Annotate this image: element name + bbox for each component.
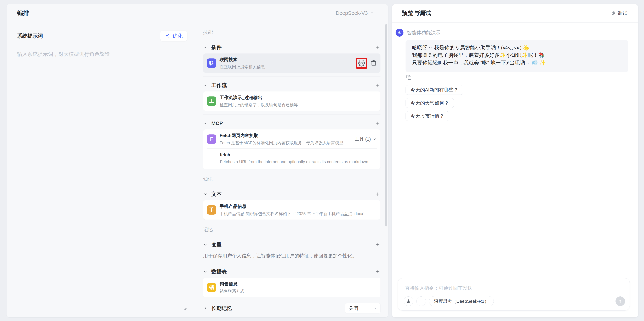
divider [203, 263, 380, 263]
assistant-message-bubble: 哈喽呀～ 我是你的专属智能小助手哟！(๑>◡<๑) 🌟 我那圆圆的电子脑袋里，装… [406, 40, 628, 72]
variables-description: 用于保存用户个人信息，让智能体记住用户的特征，使回复更加个性化。 [203, 253, 380, 259]
knowledge-icon: 手 [207, 205, 216, 215]
agent-name: 智能体功能演示 [407, 29, 440, 36]
send-button[interactable] [616, 296, 625, 306]
knowledge-group-label: 知识 [203, 176, 380, 183]
mcp-section-title: MCP [211, 120, 223, 126]
plugin-delete-button[interactable] [370, 60, 377, 66]
scrollbar-thumb[interactable] [385, 24, 387, 226]
chevron-down-icon [374, 306, 378, 310]
tool-desc: Fetches a URL from the internet and opti… [220, 159, 377, 164]
workflow-section-header: 工作流 [203, 81, 380, 89]
composer-input[interactable]: 直接输入指令；可通过回车发送 [405, 285, 472, 291]
knowledge-card[interactable]: 手 手机产品信息 手机产品信息-知识库包含文档名称如下：`2025 年上半年新手… [203, 200, 380, 220]
tool-name: fetch [220, 152, 377, 157]
message-line: 只要你轻轻叫我一声，我就会 “咻” 地一下⚡出现哟～ 💨 ✨ [412, 59, 622, 67]
sparkle-icon [165, 33, 170, 39]
knowledge-desc: 手机产品信息-知识库包含文档名称如下：`2025 年上半年新手机产品盘点 .do… [220, 211, 377, 217]
text-section-title: 文本 [211, 191, 222, 198]
suggestion-chip[interactable]: 今天的天气如何？ [406, 98, 454, 108]
chevron-down-icon[interactable] [203, 121, 208, 125]
selected-option: 关闭 [349, 305, 358, 311]
chat-area: AI 智能体功能演示 哈喽呀～ 我是你的专属智能小助手哟！(๑>◡<๑) 🌟 我… [392, 23, 638, 121]
mcp-tool-row[interactable]: fetch Fetches a URL from the internet an… [207, 148, 377, 166]
gear-icon [358, 60, 365, 67]
caret-down-icon [370, 11, 374, 15]
add-knowledge-button[interactable] [375, 191, 380, 197]
plugin-card[interactable]: 联 联网搜索 在互联网上搜索相关信息 [203, 54, 380, 73]
add-workflow-button[interactable] [375, 83, 380, 88]
suggestion-chip[interactable]: 今天股市行情？ [406, 111, 449, 121]
suggestion-chip[interactable]: 今天的AI新闻有哪些？ [406, 85, 463, 95]
variables-section-title: 变量 [211, 241, 222, 248]
broom-icon [406, 299, 411, 304]
datatable-name: 销售信息 [220, 281, 377, 287]
orchestrate-header: 编排 DeepSeek-V3 [6, 4, 388, 22]
trash-icon [370, 60, 377, 66]
add-plugin-button[interactable] [375, 45, 380, 50]
datatable-desc: 销售联系方式 [220, 288, 377, 294]
plugin-desc: 在互联网上搜索相关信息 [220, 64, 353, 70]
clear-context-button[interactable] [404, 296, 413, 306]
message-line: 哈喽呀～ 我是你的专属智能小助手哟！(๑>◡<๑) 🌟 [412, 44, 622, 51]
plugin-section-title: 插件 [211, 44, 222, 51]
plugin-section-header: 插件 [203, 44, 380, 51]
preview-panel: 预览与调试 调试 AI 智能体功能演示 哈喽呀～ 我是你的专属智能小助手哟！(๑… [392, 4, 638, 317]
workflow-icon: 工 [207, 96, 216, 106]
annotation-highlight-box [356, 58, 367, 69]
deep-think-toggle[interactable]: 深度思考（DeepSeek-R1） [429, 296, 494, 306]
attach-button[interactable] [416, 296, 426, 306]
resize-grip-icon[interactable] [182, 305, 188, 312]
optimize-button[interactable]: 优化 [160, 31, 187, 41]
system-prompt-label: 系统提示词 [17, 33, 43, 40]
longterm-memory-select[interactable]: 关闭 [345, 303, 380, 313]
chat-composer[interactable]: 直接输入指令；可通过回车发送 深度思考（DeepSeek-R1） [398, 278, 630, 310]
agent-row: AI 智能体功能演示 [396, 29, 628, 37]
arrow-up-icon [618, 299, 623, 304]
memory-group-label: 记忆 [203, 226, 380, 233]
debug-label: 调试 [618, 10, 627, 17]
knowledge-name: 手机产品信息 [220, 203, 377, 209]
divider [203, 114, 380, 115]
chevron-down-icon[interactable] [203, 242, 208, 247]
workflow-section-title: 工作流 [211, 82, 227, 89]
model-selector[interactable]: DeepSeek-V3 [336, 10, 374, 16]
chevron-down-icon[interactable] [203, 45, 208, 50]
app-window: 编排 DeepSeek-V3 系统提示词 优化 [0, 0, 644, 321]
copy-button[interactable] [406, 75, 628, 80]
model-name: DeepSeek-V3 [336, 10, 368, 16]
wrench-icon [610, 11, 616, 16]
add-datatable-button[interactable] [375, 269, 380, 274]
copy-icon [406, 75, 411, 80]
mcp-tools-toggle[interactable]: 工具 (1) [355, 136, 377, 142]
text-section-header: 文本 [203, 190, 380, 198]
workflow-name: 工作流演示_过程输出 [220, 95, 377, 101]
skills-group-label: 技能 [203, 29, 380, 36]
page-title: 编排 [17, 9, 29, 17]
chevron-down-icon[interactable] [203, 83, 208, 88]
datatable-section-header: 数据表 [203, 268, 380, 275]
debug-button[interactable]: 调试 [610, 10, 627, 17]
composer-toolbar: 深度思考（DeepSeek-R1） [404, 296, 625, 306]
plugin-icon: 联 [207, 58, 216, 68]
plus-icon [419, 299, 424, 303]
add-mcp-button[interactable] [375, 120, 380, 126]
tools-count-label: 工具 (1) [355, 136, 371, 142]
plugin-settings-button[interactable] [358, 60, 365, 67]
workflow-card[interactable]: 工 工作流演示_过程输出 检查网页上的错别字，以及语句是否通畅等 [203, 91, 380, 111]
workflow-desc: 检查网页上的错别字，以及语句是否通畅等 [220, 102, 377, 108]
add-variable-button[interactable] [375, 242, 380, 247]
longterm-memory-row: 长期记忆 关闭 [203, 303, 380, 314]
datatable-icon: 销 [207, 283, 216, 292]
chevron-down-icon[interactable] [203, 192, 208, 196]
plugin-name: 联网搜索 [220, 57, 353, 63]
system-prompt-input[interactable]: 输入系统提示词，对大模型进行角色塑造 [17, 51, 186, 58]
datatable-card[interactable]: 销 销售信息 销售联系方式 [203, 278, 380, 297]
mcp-section-header: MCP [203, 119, 380, 127]
chevron-right-icon[interactable] [203, 306, 208, 310]
chevron-down-icon[interactable] [203, 269, 208, 274]
chevron-down-icon [372, 137, 377, 141]
longterm-memory-title: 长期记忆 [211, 305, 232, 312]
mcp-card[interactable]: F Fetch网页内容抓取 Fetch 是基于MCP的标准化网页内容获取服务，专… [203, 129, 380, 169]
variables-section-header: 变量 [203, 241, 380, 248]
